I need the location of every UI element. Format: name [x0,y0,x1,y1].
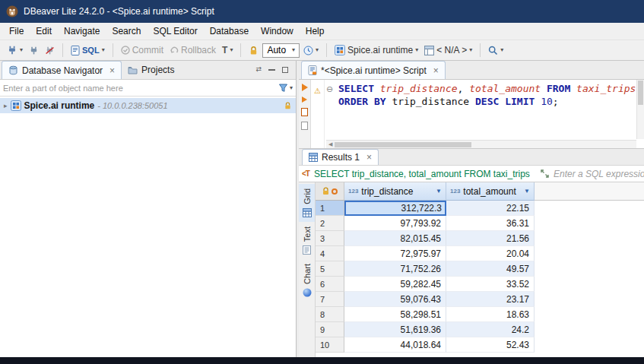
table-row[interactable]: 1 312,722.3 22.15 [316,201,644,216]
close-icon[interactable]: × [366,152,372,163]
cell-trip-distance[interactable]: 97,793.92 [344,216,446,231]
row-number[interactable]: 10 [316,337,344,353]
connect-button[interactable] [27,44,41,57]
cell-total-amount[interactable]: 21.56 [446,231,535,246]
cell-total-amount[interactable]: 18.63 [446,307,535,322]
menu-item-edit[interactable]: Edit [30,24,58,39]
new-connection-button[interactable]: ▾ [5,43,25,57]
cell-trip-distance[interactable]: 71,752.26 [344,261,446,277]
row-number[interactable]: 5 [316,261,344,277]
menu-item-search[interactable]: Search [106,24,147,39]
row-number[interactable]: 6 [316,277,344,292]
object-filter-row: ▾ [0,80,296,97]
execute-new-tab-icon[interactable] [301,108,308,116]
table-row[interactable]: 10 44,018.64 52.43 [316,337,644,353]
object-filter-input[interactable] [3,84,278,93]
execute-statement-icon[interactable] [302,84,308,91]
transaction-log-button[interactable]: T ▾ [220,43,235,57]
tab-grid[interactable]: Grid [299,184,315,222]
sql-editor-button[interactable]: SQL ▾ [68,44,107,57]
cell-trip-distance[interactable]: 82,015.45 [344,231,446,246]
connection-select[interactable]: Spice.ai runtime ▾ [332,43,420,57]
toolbar-separator [113,43,113,57]
search-button[interactable]: ▾ [486,44,506,57]
tab-chart[interactable]: Chart [299,259,315,302]
minimize-view-icon[interactable] [268,69,275,71]
table-row[interactable]: 8 58,298.51 18.63 [316,307,644,322]
cell-trip-distance[interactable]: 51,619.36 [344,322,446,337]
commit-button[interactable]: Commit [119,43,166,57]
table-row[interactable]: 4 72,975.97 20.04 [316,246,644,261]
cell-total-amount[interactable]: 36.31 [446,216,535,231]
column-header-total-amount[interactable]: 123 total_amount ▼ [446,182,535,201]
table-row[interactable]: 5 71,752.26 49.57 [316,261,644,277]
cell-trip-distance[interactable]: 59,282.45 [344,277,446,292]
disconnect-button[interactable] [43,44,57,57]
cell-total-amount[interactable]: 33.52 [446,277,535,292]
autocommit-select[interactable]: Auto ▾ [262,43,300,58]
scrollbar-thumb[interactable] [638,81,643,105]
sort-icon[interactable]: ▼ [524,188,530,195]
autocommit-lock-button[interactable] [246,44,261,57]
editor-vertical-scrollbar[interactable] [636,80,644,139]
close-icon[interactable]: × [109,65,115,76]
cell-trip-distance[interactable]: 44,018.64 [344,337,446,353]
rollback-button[interactable]: Rollback [167,43,218,57]
editor-horizontal-scrollbar[interactable]: ◀ [326,140,636,148]
scroll-left-icon[interactable]: ◀ [326,141,335,147]
tab-projects[interactable]: Projects [122,61,180,79]
menu-item-window[interactable]: Window [255,24,300,39]
row-number[interactable]: 8 [316,307,344,322]
row-number[interactable]: 7 [316,292,344,307]
maximize-results-icon[interactable] [541,169,549,178]
cell-total-amount[interactable]: 49.57 [446,261,535,277]
expander-icon[interactable]: ▸ [4,102,8,109]
explain-plan-icon[interactable] [301,122,308,130]
menu-item-navigate[interactable]: Navigate [58,24,106,39]
table-row[interactable]: 6 59,282.45 33.52 [316,277,644,292]
tab-database-navigator[interactable]: Database Navigator × [2,61,122,79]
filter-expression-input[interactable]: Enter a SQL expression to... [554,169,644,179]
filter-funnel-icon[interactable]: ▾ [278,83,293,93]
cell-trip-distance[interactable]: 72,975.97 [344,246,446,261]
row-number[interactable]: 3 [316,231,344,246]
tree-item-connection[interactable]: ▸ Spice.ai runtime - 10.0.0.238:50051 [0,98,296,113]
custom-filter-icon[interactable]: <T [302,169,309,178]
row-number[interactable]: 9 [316,322,344,337]
sort-icon[interactable]: ▼ [436,188,442,195]
cell-total-amount[interactable]: 52.43 [446,337,535,353]
row-number[interactable]: 4 [316,246,344,261]
row-number[interactable]: 2 [316,216,344,231]
row-number[interactable]: 1 [316,201,344,216]
schema-select[interactable]: < N/A > ▾ [422,43,474,57]
cell-total-amount[interactable]: 22.15 [446,201,535,216]
cell-trip-distance[interactable]: 58,298.51 [344,307,446,322]
cell-total-amount[interactable]: 20.04 [446,246,535,261]
cell-total-amount[interactable]: 24.2 [446,322,535,337]
link-editor-icon[interactable]: ⇄ [255,66,262,73]
cell-trip-distance[interactable]: 312,722.3 [344,201,446,216]
table-row[interactable]: 9 51,619.36 24.2 [316,322,644,337]
tab-results-1[interactable]: Results 1 × [302,149,379,165]
menu-item-sql-editor[interactable]: SQL Editor [147,24,203,39]
tab-sql-script[interactable]: *<Spice.ai runtime> Script × [301,61,446,79]
fold-collapse-icon[interactable]: ⊖ [326,83,333,96]
maximize-view-icon[interactable] [282,67,288,73]
tab-text[interactable]: Text [299,222,315,259]
scrollbar-thumb[interactable] [335,142,471,147]
menu-item-help[interactable]: Help [300,24,331,39]
execute-script-icon[interactable] [302,97,307,103]
close-icon[interactable]: × [433,65,439,76]
sql-code[interactable]: ⊖SELECT trip_distance, total_amount FROM… [325,80,644,148]
cell-trip-distance[interactable]: 59,076.43 [344,292,446,307]
grid-corner[interactable] [316,182,344,201]
table-row[interactable]: 7 59,076.43 23.17 [316,292,644,307]
table-row[interactable]: 3 82,015.45 21.56 [316,231,644,246]
table-row[interactable]: 2 97,793.92 36.31 [316,216,644,231]
menu-item-file[interactable]: File [3,24,30,39]
menu-item-database[interactable]: Database [204,24,255,39]
column-header-trip-distance[interactable]: 123 trip_distance ▼ [344,182,446,201]
transaction-history-button[interactable]: ▾ [301,44,321,57]
sql-editor[interactable]: ⚠ ⊖SELECT trip_distance, total_amount FR… [299,80,644,149]
cell-total-amount[interactable]: 23.17 [446,292,535,307]
